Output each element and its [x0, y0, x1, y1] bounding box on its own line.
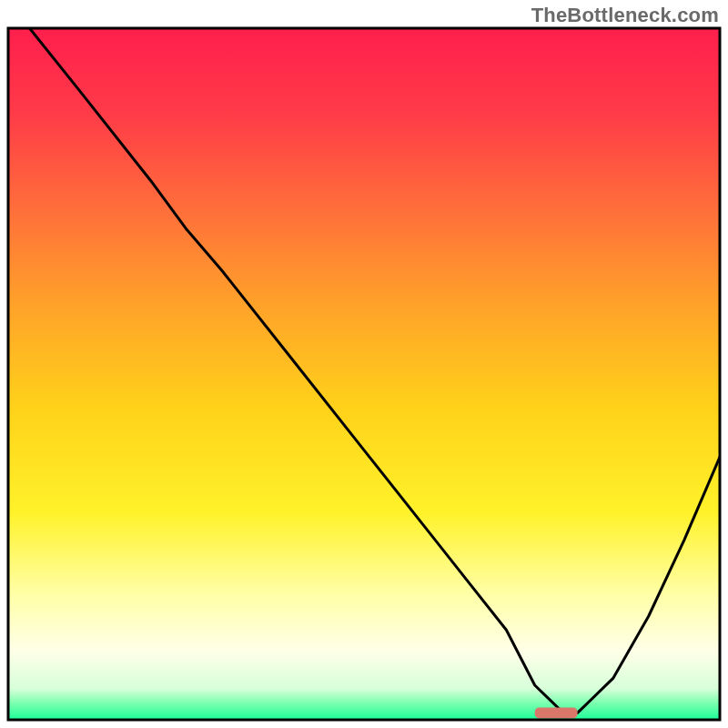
chart-svg — [0, 0, 728, 728]
chart-container: TheBottleneck.com — [0, 0, 728, 728]
watermark-text: TheBottleneck.com — [531, 4, 719, 27]
chart-background — [8, 28, 720, 720]
optimum-marker — [535, 707, 578, 718]
